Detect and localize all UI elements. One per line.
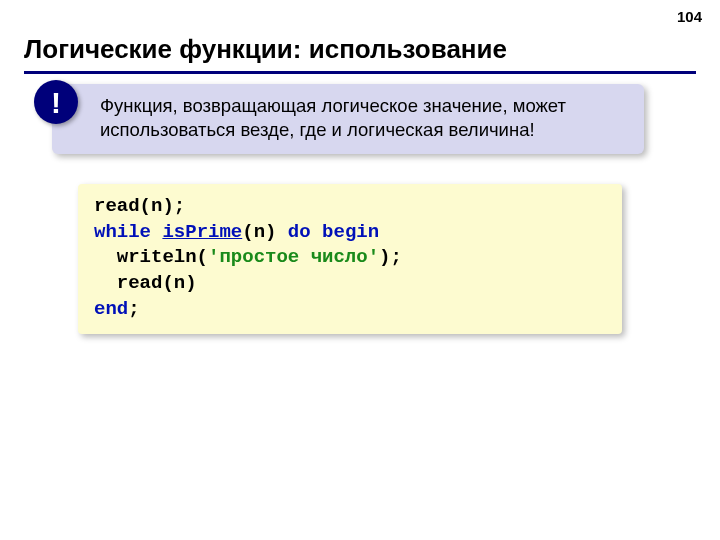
page-number: 104: [677, 8, 702, 25]
info-callout: ! Функция, возвращающая логическое значе…: [52, 84, 644, 154]
keyword-do: do: [288, 221, 311, 243]
code-text: );: [379, 246, 402, 268]
code-text: writeln(: [94, 246, 208, 268]
code-text: read(n): [94, 272, 197, 294]
code-text: read(n);: [94, 195, 185, 217]
code-text: [151, 221, 162, 243]
string-literal: 'простое число': [208, 246, 379, 268]
code-example: read(n); while isPrime(n) do begin write…: [78, 184, 622, 334]
exclamation-icon: !: [34, 80, 78, 124]
slide-title: Логические функции: использование: [24, 34, 696, 74]
keyword-begin: begin: [322, 221, 379, 243]
code-text: (n): [242, 221, 288, 243]
keyword-while: while: [94, 221, 151, 243]
function-isprime: isPrime: [162, 221, 242, 243]
callout-text: Функция, возвращающая логическое значени…: [100, 95, 566, 140]
keyword-end: end: [94, 298, 128, 320]
code-text: ;: [128, 298, 139, 320]
code-text: [311, 221, 322, 243]
